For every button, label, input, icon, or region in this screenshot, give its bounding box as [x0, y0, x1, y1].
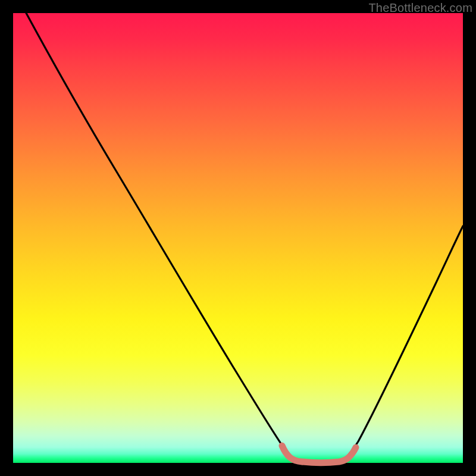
curve-path: [26, 13, 463, 462]
watermark-text: TheBottleneck.com: [368, 1, 472, 15]
highlight-path: [282, 446, 356, 463]
bottleneck-curve: [13, 13, 463, 463]
chart-frame: [13, 13, 463, 463]
